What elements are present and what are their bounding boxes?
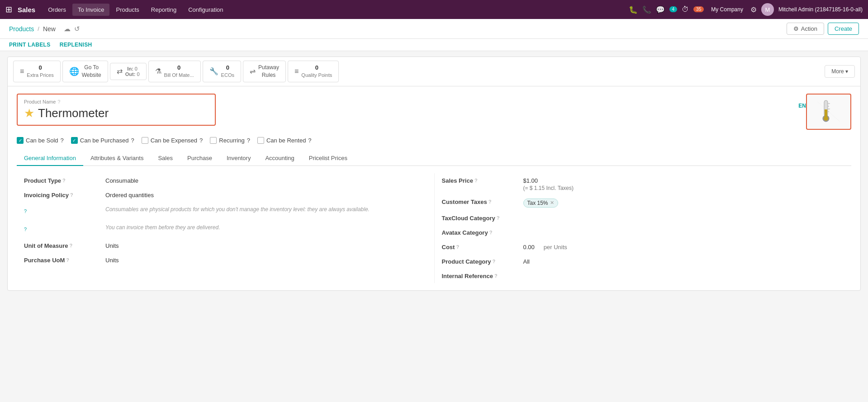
replenish-link[interactable]: REPLENISH [60,42,92,48]
quality-label: Quality Points [301,72,332,79]
breadcrumb-separator: / [38,25,39,32]
product-type-label: Product Type [24,177,61,184]
main-nav: Orders To Invoice Products Reporting Con… [43,4,626,16]
bom-button[interactable]: ⚗ 0 Bill Of Mate... [148,61,201,82]
nav-products[interactable]: Products [110,4,144,16]
purchase-uom-help[interactable]: ? [66,257,69,263]
bug-icon[interactable]: 🐛 [629,5,638,14]
tab-general[interactable]: General Information [17,151,83,166]
tab-pricelist[interactable]: Pricelist Prices [302,151,355,166]
invoicing-policy-value[interactable]: Ordered quantities [105,191,427,199]
tab-attributes[interactable]: Attributes & Variants [83,151,151,166]
avatax-value[interactable] [523,228,844,229]
can-be-sold-help[interactable]: ? [61,137,64,144]
cost-unit: per Units [544,243,567,251]
recurring-help[interactable]: ? [247,137,250,144]
cost-value[interactable]: 0.00 [523,243,535,251]
breadcrumb-parent[interactable]: Products [9,25,34,33]
apps-menu-icon[interactable]: ⊞ [5,5,12,14]
cost-label: Cost [442,244,455,251]
can-be-rented-help[interactable]: ? [308,137,311,144]
create-button[interactable]: Create [828,23,859,35]
print-labels-link[interactable]: PRINT LABELS [9,42,51,48]
product-image[interactable] [806,94,851,130]
can-be-expensed-help[interactable]: ? [199,137,203,144]
product-type-value[interactable]: Consumable [105,176,427,184]
uom-help[interactable]: ? [70,243,73,248]
invoice-help-link[interactable]: ? [24,223,105,235]
nav-to-invoice[interactable]: To Invoice [72,4,110,16]
breadcrumb-bar: Products / New ☁ ↺ ⚙ Action Create [0,19,868,39]
internal-reference-value[interactable] [523,272,844,273]
consumables-help-link[interactable]: ? [24,205,105,217]
go-to-website-button[interactable]: 🌐 Go To Website [62,61,108,82]
tax-remove-icon[interactable]: ✕ [550,200,554,206]
chat-icon[interactable]: 💬 [656,5,665,14]
invoicing-policy-field: Invoicing Policy ? Ordered quantities [24,188,427,202]
taxcloud-help[interactable]: ? [497,215,500,221]
product-category-value[interactable]: All [523,257,844,265]
recurring-item: Recurring ? [210,137,250,144]
ecos-label: ECOs [221,72,234,79]
user-name[interactable]: Mitchell Admin (21847185-16-0-all) [778,6,863,13]
refresh-icon[interactable]: ↺ [74,25,80,33]
product-name-value: Thermometer [38,106,109,120]
internal-reference-help[interactable]: ? [494,273,498,279]
invoicing-policy-help[interactable]: ? [70,192,73,198]
clock-icon[interactable]: ⏱ [682,5,689,14]
product-name-section: Product Name ? ★ Thermometer EN [17,94,851,130]
quality-points-button[interactable]: ≡ 0 Quality Points [288,61,339,82]
cost-help[interactable]: ? [456,244,459,250]
ecos-button[interactable]: 🔧 0 ECOs [203,61,241,82]
putaway-label: Putaway [258,64,279,71]
customer-taxes-help[interactable]: ? [489,199,492,204]
can-be-sold-checkbox[interactable]: ✓ [17,137,24,144]
product-name-field[interactable]: Product Name ? ★ Thermometer [17,94,216,126]
breadcrumb-actions: ☁ ↺ [64,25,80,33]
tax-badge[interactable]: Tax 15% ✕ [523,199,558,208]
nav-configuration[interactable]: Configuration [183,4,228,16]
in-label: In: 0 [125,66,140,71]
bom-label: Bill Of Mate... [164,72,194,79]
can-be-expensed-checkbox[interactable] [142,137,148,144]
uom-value[interactable]: Units [105,241,427,249]
taxcloud-value[interactable] [523,214,844,215]
globe-icon: 🌐 [69,66,79,76]
settings-icon[interactable]: ⚙ [750,5,757,14]
tab-accounting[interactable]: Accounting [258,151,301,166]
nav-orders[interactable]: Orders [43,4,71,16]
phone-icon[interactable]: 📞 [642,5,651,14]
topbar-right: 🐛 📞 💬 4 ⏱ 35 My Company ⚙ M Mitchell Adm… [629,3,863,16]
product-image-svg [808,98,849,125]
can-be-sold-item: ✓ Can be Sold ? [17,137,64,144]
product-name-help[interactable]: ? [57,99,60,104]
tab-purchase[interactable]: Purchase [180,151,219,166]
product-type-help[interactable]: ? [62,178,66,183]
in-out-button[interactable]: ⇄ In: 0 Out: 0 [110,63,147,80]
putaway-button[interactable]: ⇌ Putaway Rules [243,61,286,82]
sales-price-value[interactable]: $1.00 [523,176,844,184]
language-badge[interactable]: EN [798,103,806,109]
favorite-star-icon[interactable]: ★ [24,106,34,120]
sales-price-help[interactable]: ? [474,178,478,183]
tab-sales[interactable]: Sales [151,151,180,166]
can-be-rented-checkbox[interactable] [257,137,264,144]
can-be-purchased-checkbox[interactable]: ✓ [71,137,78,144]
can-be-purchased-help[interactable]: ? [131,137,134,144]
tab-inventory[interactable]: Inventory [219,151,258,166]
go-to-website-label2: Website [82,71,101,79]
putaway-rules-label: Rules [258,71,279,79]
action-button[interactable]: ⚙ Action [787,23,824,35]
recurring-checkbox[interactable] [210,137,217,144]
quality-icon: ≡ [294,67,299,76]
cloud-save-icon[interactable]: ☁ [64,25,71,33]
extra-prices-button[interactable]: ≡ 0 Extra Prices [13,61,61,82]
purchase-uom-value[interactable]: Units [105,256,427,264]
avatax-help[interactable]: ? [489,230,493,235]
tabs-bar: General Information Attributes & Variant… [17,151,851,166]
nav-reporting[interactable]: Reporting [146,4,182,16]
avatar[interactable]: M [761,3,774,16]
more-button[interactable]: More ▾ [825,65,855,78]
price-incl-taxes: (= $ 1.15 Incl. Taxes) [523,185,844,191]
product-category-help[interactable]: ? [493,259,496,264]
